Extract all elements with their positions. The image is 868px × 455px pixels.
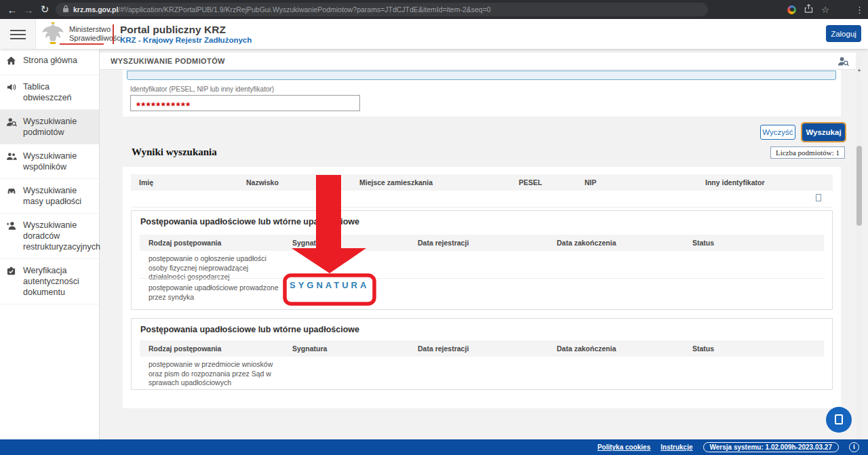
sidebar-item-label: Wyszukiwanie podmiotów	[23, 116, 95, 138]
identifier-label: Identyfikator (PESEL, NIP lub inny ident…	[130, 85, 274, 93]
sidebar-item-tablica-obwieszczen[interactable]: Tablica obwieszczeń	[0, 75, 99, 110]
row-divider	[131, 207, 833, 207]
page-url: krz.ms.gov.pl/#!/application/KRZPortalPU…	[73, 5, 491, 14]
sidebar-item-wyszukiwanie-doradcow[interactable]: Wyszukiwanie doradców restrukturyzacyjny…	[0, 214, 99, 259]
coat-of-arms-eagle-icon	[39, 21, 66, 50]
row-divider	[140, 278, 824, 279]
search-form-card: Identyfikator (PESEL, NIP lub inny ident…	[123, 70, 841, 117]
home-icon	[6, 55, 18, 68]
browser-toolbar: ← → ↻ krz.ms.gov.pl/#!/application/KRZPo…	[0, 0, 868, 19]
column-sygnatura: Sygnatura	[292, 239, 327, 247]
cookies-policy-link[interactable]: Polityka cookies	[597, 443, 650, 451]
sidebar-item-label: Wyszukiwanie wspólników	[23, 151, 95, 172]
share-icon[interactable]	[804, 3, 813, 16]
person-search-icon	[6, 116, 18, 138]
sidebar-item-weryfikacja-dokumentu[interactable]: Weryfikacja autentyczności dokumentu	[0, 259, 99, 304]
megaphone-icon	[6, 81, 18, 103]
krz-portal-window: ← → ↻ krz.ms.gov.pl/#!/application/KRZPo…	[0, 0, 868, 455]
sidebar-item-wyszukiwanie-podmiotow[interactable]: Wyszukiwanie podmiotów	[0, 110, 99, 144]
column-rodzaj-postepowania: Rodzaj postępowania	[149, 344, 221, 353]
browser-menu-icon[interactable]: ⋮	[855, 5, 864, 15]
column-data-zakonczenia: Data zakończenia	[557, 239, 616, 247]
sidebar-item-wyszukiwanie-wspolnikow[interactable]: Wyszukiwanie wspólników	[0, 144, 99, 179]
proceedings-table-header: Rodzaj postępowania Sygnatura Data rejes…	[140, 340, 824, 357]
column-data-rejestracji: Data rejestracji	[418, 344, 469, 353]
proceedings-panel-2: Postępowania upadłościowe lub wtórne upa…	[131, 318, 833, 390]
system-version-badge: Wersja systemu: 1.02.009h-2023.03.27	[703, 442, 840, 452]
column-sygnatura: Sygnatura	[292, 344, 327, 353]
chat-icon	[835, 414, 843, 424]
sidebar-item-strona-glowna[interactable]: Strona główna	[0, 49, 99, 75]
address-bar[interactable]: krz.ms.gov.pl/#!/application/KRZPortalPU…	[56, 3, 708, 16]
browser-forward-icon[interactable]: →	[20, 4, 37, 16]
column-imie: Imię	[139, 178, 153, 186]
ministry-name: Ministerstwo Sprawiedliwości	[69, 25, 122, 43]
sidebar-item-label: Tablica obwieszczeń	[23, 81, 95, 103]
table-row: postępowanie w przedmiocie wniosków oraz…	[149, 360, 284, 388]
ministry-red-underline	[60, 43, 104, 45]
column-inny-identyfikator: Inny identyfikator	[705, 178, 765, 186]
person-search-icon	[837, 56, 849, 69]
column-data-zakonczenia: Data zakończenia	[557, 344, 616, 353]
page-title: WYSZUKIWANIE PODMIOTÓW	[111, 57, 225, 65]
identifier-input[interactable]	[130, 95, 360, 111]
results-card: Imię Nazwisko Miejsce zamieszkania PESEL…	[123, 167, 841, 408]
scrollbar-track	[856, 53, 863, 439]
sidebar-item-wyszukiwanie-masy-upadlosci[interactable]: Wyszukiwanie masy upadłości	[0, 179, 99, 214]
login-button[interactable]: Zaloguj	[826, 25, 861, 42]
column-rodzaj-postepowania: Rodzaj postępowania	[149, 239, 221, 247]
lock-icon	[62, 3, 69, 16]
scrollbar-up-icon[interactable]: ▲	[857, 68, 861, 72]
person-table-header: Imię Nazwisko Miejsce zamieszkania PESEL…	[131, 174, 833, 191]
column-miejsce-zamieszkania: Miejsce zamieszkania	[359, 178, 433, 186]
sidebar-item-label: Wyszukiwanie doradców restrukturyzacyjny…	[23, 220, 100, 252]
instructions-link[interactable]: Instrukcje	[660, 443, 692, 451]
panel-title: Postępowania upadłościowe lub wtórne upa…	[140, 325, 359, 334]
chat-fab-button[interactable]	[826, 407, 852, 433]
browser-back-icon[interactable]: ←	[4, 4, 20, 16]
translate-icon[interactable]	[787, 5, 796, 14]
portal-title: Portal publiczny KRZ	[120, 24, 226, 36]
browser-reload-icon[interactable]: ↻	[37, 3, 53, 16]
panel-title: Postępowania upadłościowe lub wtórne upa…	[140, 217, 359, 226]
results-count-badge: Liczba podmiotów: 1	[770, 146, 845, 159]
sidebar-item-label: Weryfikacja autentyczności dokumentu	[23, 265, 95, 298]
results-heading: Wyniki wyszukania	[132, 146, 217, 158]
column-status: Status	[692, 239, 714, 247]
column-data-rejestracji: Data rejestracji	[418, 239, 469, 247]
footer-bar: Polityka cookies Instrukcje Wersja syste…	[0, 439, 868, 455]
clear-button[interactable]: Wyczyść	[760, 125, 795, 140]
content-header-bar: WYSZUKIWANIE PODMIOTÓW	[100, 53, 856, 70]
scrollbar-thumb[interactable]	[856, 146, 862, 226]
name-field-partial[interactable]	[127, 71, 836, 80]
sygnatura-link[interactable]: SYGNATURA	[290, 280, 369, 290]
menu-toggle-button[interactable]	[0, 19, 36, 49]
column-nip: NIP	[585, 178, 597, 186]
car-icon	[6, 185, 18, 207]
table-row: postępowanie upadłościowe prowadzone prz…	[149, 283, 284, 302]
column-pesel: PESEL	[519, 178, 542, 186]
document-check-icon	[6, 265, 18, 298]
search-button[interactable]: Wyszukaj	[802, 123, 845, 141]
people-icon	[6, 151, 18, 172]
column-nazwisko: Nazwisko	[246, 178, 279, 186]
column-status: Status	[692, 344, 714, 353]
document-icon[interactable]	[816, 194, 821, 201]
proceedings-panel-1: Postępowania upadłościowe lub wtórne upa…	[131, 210, 833, 310]
hamburger-icon	[10, 30, 26, 42]
app-header: Ministerstwo Sprawiedliwości Portal publ…	[0, 19, 868, 49]
sidebar-item-label: Wyszukiwanie masy upadłości	[23, 185, 95, 207]
person-add-icon	[6, 220, 18, 252]
info-icon[interactable]: i	[849, 442, 859, 452]
sidebar-item-label: Strona główna	[23, 55, 77, 68]
portal-subtitle: KRZ - Krajowy Rejestr Zadłużonych	[120, 36, 252, 44]
header-divider	[113, 24, 114, 44]
proceedings-table-header: Rodzaj postępowania Sygnatura Data rejes…	[140, 235, 824, 251]
sidebar-nav: Strona główna Tablica obwieszczeń Wyszuk…	[0, 49, 100, 439]
bookmark-star-icon[interactable]: ☆	[821, 5, 829, 15]
